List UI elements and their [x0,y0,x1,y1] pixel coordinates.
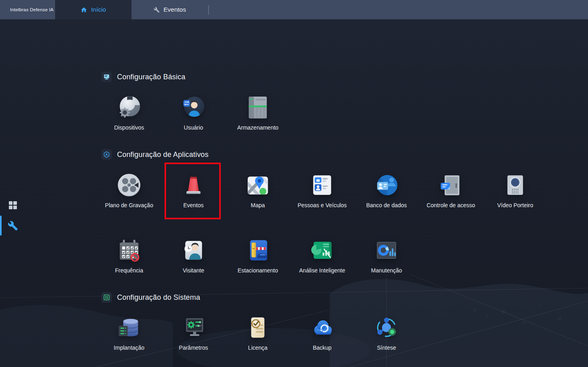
app-label: Controle de acesso [427,202,475,208]
maintenance-dashboard-icon [374,238,399,263]
app-label: Licença [248,344,267,351]
app-item-video-porteiro[interactable]: Vídeo Porteiro [483,173,547,208]
app-item-analise-inteligente[interactable]: Análise Inteligente [290,238,354,274]
app-label: Armazenamento [237,124,279,131]
license-document-icon [245,315,270,340]
app-item-armazenamento[interactable]: Armazenamento [226,95,290,131]
app-label: Banco de dados [366,202,407,208]
app-item-visitante[interactable]: Visitante [161,238,226,274]
app-label: Síntese [377,344,396,351]
tab-eventos-label: Eventos [163,6,186,13]
film-reel-icon [117,173,142,198]
hexagon-aperture-icon [101,149,112,160]
section-title: Configuração Básica [117,73,185,81]
parking-barrier-icon [245,238,270,263]
tab-eventos[interactable]: Eventos [132,0,208,19]
app-label: Parâmetros [179,344,208,351]
app-item-manutencao[interactable]: Manutenção [354,238,419,274]
map-pin-icon [245,173,270,198]
attendance-calendar-icon [117,238,142,263]
row-system: Implantação [97,315,419,351]
app-label: Análise Inteligente [299,267,345,274]
tab-inicio[interactable]: Início [55,0,132,19]
door-access-icon [438,173,463,198]
app-item-sintese[interactable]: Síntese [354,315,419,351]
app-item-frequencia[interactable]: Frequência [97,238,161,274]
app-item-banco-de-dados[interactable]: Banco de dados [354,173,419,208]
storage-server-icon [245,95,270,120]
app-label: Eventos [183,202,204,208]
app-item-licenca[interactable]: Licença [226,315,290,351]
row-apps-1: Plano de Gravação Eventos [97,173,547,208]
sliders-icon [101,292,112,303]
app-title: Intelbras Defense IA [10,0,53,19]
app-item-backup[interactable]: Backup [290,315,354,351]
app-label: Visitante [183,267,204,274]
app-item-estacionamento[interactable]: Estacionamento [226,238,290,274]
app-item-dispositivos[interactable]: Dispositivos [97,95,161,131]
app-item-eventos[interactable]: Eventos [161,173,226,208]
siren-icon [181,173,206,198]
monitor-icon [101,72,112,82]
section-header-system: Configuração do Sistema [101,292,200,303]
section-header-basic: Configuração Básica [101,72,185,82]
parameters-monitor-icon [181,315,206,340]
home-icon [80,6,87,13]
doorbell-intercom-icon [503,173,528,198]
section-title: Configuração de Aplicativos [117,151,209,159]
section-header-apps: Configuração de Aplicativos [101,149,209,160]
app-label: Backup [313,344,332,351]
app-item-pessoas-e-veiculos[interactable]: Pessoas e Veículos [290,173,354,208]
cloud-backup-icon [310,315,335,340]
top-bar: Intelbras Defense IA Início Eventos [0,0,588,19]
app-item-plano-de-gravacao[interactable]: Plano de Gravação [97,173,161,208]
app-label: Plano de Gravação [105,202,153,208]
app-item-implantacao[interactable]: Implantação [97,315,161,351]
database-globe-icon [374,173,399,198]
app-label: Frequência [115,267,143,274]
user-avatar-icon [181,95,206,120]
app-item-parametros[interactable]: Parâmetros [161,315,226,351]
app-label: Usuário [184,124,203,131]
app-window: Intelbras Defense IA Início Eventos [0,0,588,367]
app-label: Dispositivos [114,124,144,131]
app-label: Manutenção [371,267,402,274]
row-apps-2: Frequência [97,238,419,274]
app-label: Implantação [114,344,144,351]
rail-apps-grid-button[interactable] [8,200,18,210]
id-cards-icon [310,173,335,198]
section-title: Configuração do Sistema [117,293,200,302]
tab-inicio-label: Início [91,6,106,13]
app-item-mapa[interactable]: Mapa [226,173,290,208]
rail-active-indicator [0,216,2,235]
app-label: Estacionamento [238,267,278,274]
app-label: Mapa [251,202,265,208]
synthesis-network-icon [374,315,399,340]
tab-divider [208,5,209,15]
app-label: Pessoas e Veículos [298,202,347,208]
dome-camera-icon [117,95,142,120]
row-basic: Dispositivos [97,95,290,131]
app-item-controle-de-acesso[interactable]: Controle de acesso [419,173,483,208]
deployment-database-icon [117,315,142,340]
rail-config-button[interactable] [8,221,18,231]
analytics-chart-icon [310,238,335,263]
grid-icon [8,200,18,210]
app-label: Vídeo Porteiro [497,202,533,208]
wrench-icon [8,221,18,231]
wrench-icon [154,7,160,13]
app-item-usuario[interactable]: Usuário [161,95,226,131]
visitor-clock-icon [181,238,206,263]
